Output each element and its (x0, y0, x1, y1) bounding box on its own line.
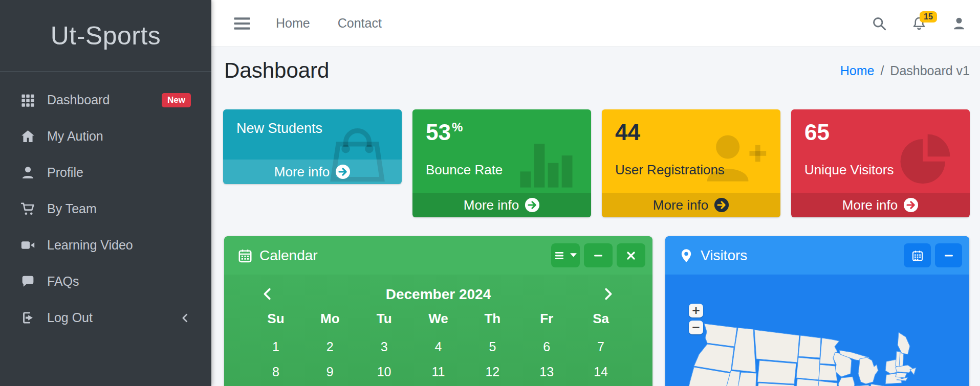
calendar-next-icon[interactable] (600, 286, 617, 303)
more-info-label: More info (842, 197, 898, 213)
calendar-day[interactable]: 13 (519, 361, 574, 382)
cart-icon (20, 201, 41, 217)
sidebar-item-my-aution[interactable]: My Aution (0, 118, 211, 154)
sidebar-item-label: By Team (47, 201, 97, 216)
sidebar-item-dashboard[interactable]: Dashboard New (0, 82, 211, 118)
info-box-label: New Students (236, 121, 388, 137)
calendar-day[interactable]: 6 (519, 336, 574, 357)
weekday-label: Mo (303, 311, 357, 327)
sidebar-item-by-team[interactable]: By Team (0, 191, 211, 227)
home-icon (20, 129, 41, 144)
grid-icon (20, 93, 41, 108)
calendar-day[interactable]: 7 (574, 336, 628, 357)
visitors-calendar-button[interactable] (904, 243, 931, 267)
calendar-day[interactable]: 14 (574, 361, 628, 382)
map-pin-icon (679, 248, 694, 263)
sidebar-item-label: Profile (47, 165, 83, 180)
breadcrumb-home-link[interactable]: Home (840, 63, 875, 78)
weekday-label: Su (249, 311, 303, 327)
calendar-menu-button[interactable] (551, 243, 580, 267)
info-box-value: 44 (615, 120, 640, 145)
more-info-label: More info (274, 164, 330, 180)
info-box-label: Bounce Rate (426, 162, 578, 178)
sidebar-item-faqs[interactable]: FAQs (0, 263, 211, 300)
video-icon (20, 238, 41, 253)
sidebar-item-profile[interactable]: Profile (0, 154, 211, 191)
brand-logo[interactable]: Ut-Sports (0, 0, 211, 72)
calendar-header: Calendar (224, 236, 652, 275)
visitors-title: Visitors (701, 247, 747, 264)
calendar-month-label: December 2024 (224, 283, 652, 306)
sidebar-item-label: Log Out (47, 310, 93, 325)
calendar-day[interactable]: 12 (465, 361, 519, 382)
sidebar-item-label: My Aution (47, 129, 103, 144)
visitors-map-body: + − (665, 275, 969, 386)
notifications-bell-icon[interactable]: 15 (911, 16, 927, 31)
weekday-label: We (411, 311, 466, 327)
us-map[interactable] (665, 275, 969, 386)
info-box-user-registrations: 44 User Registrations More info (602, 109, 780, 217)
visitors-header: Visitors (665, 236, 969, 275)
calendar-nav: December 2024 (224, 283, 652, 306)
sidebar-item-label: FAQs (47, 274, 79, 289)
visitors-widget: Visitors + − (665, 236, 969, 386)
calendar-weekday-row: Su Mo Tu We Th Fr Sa (224, 311, 652, 327)
info-box-new-students: New Students More info (223, 109, 402, 184)
calendar-day[interactable]: 1 (249, 336, 303, 357)
info-box-value: 53 (426, 120, 451, 145)
arrow-circle-right-icon (525, 197, 540, 213)
navbar-right: 15 (872, 16, 967, 31)
more-info-link[interactable]: More info (791, 193, 970, 217)
info-box-value: 65 (804, 120, 830, 145)
search-icon[interactable] (872, 16, 887, 31)
calendar-day[interactable]: 5 (465, 336, 519, 357)
calendar-title: Calendar (259, 247, 318, 264)
calendar-day[interactable]: 8 (249, 361, 303, 382)
app-window: Ut-Sports Dashboard New My Aution Prof (0, 0, 980, 386)
map-zoom-in-button[interactable]: + (689, 304, 703, 317)
sidebar-item-learning-video[interactable]: Learning Video (0, 227, 211, 263)
info-box-suffix: % (452, 120, 463, 134)
nav-link-home[interactable]: Home (276, 16, 310, 31)
calendar-close-button[interactable] (617, 243, 645, 267)
calendar-day[interactable]: 9 (303, 361, 357, 382)
notification-count-badge: 15 (920, 11, 937, 22)
info-box-bounce-rate: 53% Bounce Rate More info (412, 109, 591, 217)
calendar-day[interactable]: 2 (303, 336, 357, 357)
calendar-day[interactable]: 11 (411, 361, 466, 382)
calendar-day[interactable]: 10 (357, 361, 411, 382)
weekday-label: Tu (357, 311, 411, 327)
calendar-day[interactable]: 4 (411, 336, 466, 357)
new-badge: New (162, 93, 191, 107)
weekday-label: Th (465, 311, 519, 327)
map-zoom-out-button[interactable]: − (689, 321, 703, 334)
nav-link-contact[interactable]: Contact (338, 16, 382, 31)
calendar-week-row: 1 2 3 4 5 6 7 (224, 336, 652, 357)
info-box-label: User Registrations (615, 162, 767, 178)
arrow-circle-right-icon (335, 164, 351, 179)
sidebar-item-log-out[interactable]: Log Out (0, 300, 211, 336)
calendar-collapse-button[interactable] (584, 243, 613, 267)
top-navbar: Home Contact 15 (211, 0, 980, 47)
arrow-circle-right-icon (714, 197, 729, 213)
more-info-link[interactable]: More info (412, 193, 591, 217)
chevron-left-icon[interactable] (180, 312, 191, 324)
visitors-collapse-button[interactable] (935, 243, 962, 267)
more-info-link[interactable]: More info (602, 193, 780, 217)
breadcrumb-current: Dashboard v1 (890, 63, 970, 78)
calendar-prev-icon[interactable] (260, 286, 276, 303)
weekday-label: Fr (519, 311, 574, 327)
calendar-day[interactable]: 3 (357, 336, 411, 357)
sidebar-item-label: Dashboard (47, 93, 110, 107)
comment-icon (20, 274, 41, 289)
sign-out-icon (20, 310, 41, 326)
page-title: Dashboard (224, 58, 329, 83)
info-box-label: Unique Visitors (804, 162, 956, 178)
user-avatar-icon[interactable] (951, 16, 967, 31)
content-header: Dashboard Home / Dashboard v1 (224, 58, 970, 83)
calendar-week-row: 8 9 10 11 12 13 14 (224, 361, 652, 382)
weekday-label: Sa (574, 311, 628, 327)
hamburger-menu-icon[interactable] (234, 16, 252, 31)
more-info-link[interactable]: More info (223, 160, 402, 184)
info-box-unique-visitors: 65 Unique Visitors More info (791, 109, 970, 217)
